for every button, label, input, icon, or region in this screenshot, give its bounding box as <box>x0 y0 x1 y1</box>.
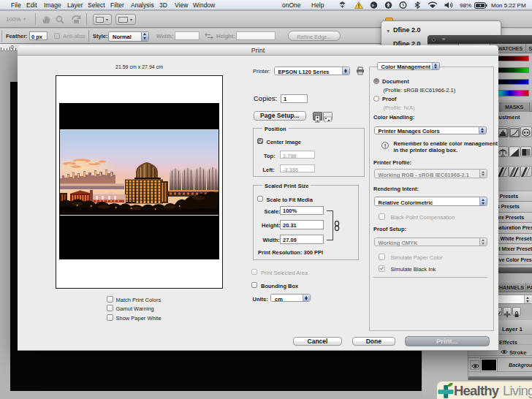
svg-text:»: » <box>371 3 374 8</box>
